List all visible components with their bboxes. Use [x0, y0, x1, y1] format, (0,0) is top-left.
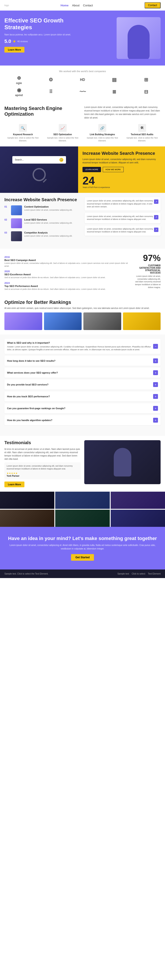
trusted-logos: ⊕ ogie ⚙ HD ▤ ⊞ ◉ apmd ⠿ 〜〜 ≣ ⊟ [5, 75, 160, 97]
presence-item-3: 03 Competitor Analysis Lorem ipsum dolor… [5, 231, 80, 241]
testimonials-person-silhouette [114, 448, 131, 476]
faq-question-4: Do you provide local SEO services? [7, 383, 153, 386]
blocks-icon: ⊟ [131, 89, 160, 95]
testimonial-text-1: Lorem ipsum dolor sit amet, consectetur … [6, 465, 78, 471]
award-desc-3: Sed ut accumsan et pede duis dolore de e… [5, 288, 130, 291]
presence-section: Increase Website Search Presence 01 Cont… [0, 193, 165, 249]
hd-icon: HD [68, 78, 97, 82]
presence-text-3: Competitor Analysis Lorem ipsum dolor si… [24, 231, 72, 237]
faq-item-7[interactable]: How do you handle algorithm updates? + [5, 415, 160, 425]
hero-reviews: 46 reviews [18, 40, 28, 43]
faq-item-5[interactable]: How do you track SEO performance? + [5, 391, 160, 401]
testimonials-left: Testimonials Id eros mi accumsan et pede… [5, 440, 81, 487]
service-technical-seo: 🛠 Technical SEO Audits Sample text. Clic… [123, 124, 161, 142]
footer: Sample text. Click to select the Text El… [0, 570, 165, 578]
faq-item-4[interactable]: Do you provide local SEO services? + [5, 380, 160, 390]
presence-item-title-2: Local SEO Services [24, 218, 72, 221]
hero-score: 5.0 [5, 38, 11, 44]
testimonial-stars-1: ★★★★★ [6, 472, 78, 475]
search-icon: 🔍 [59, 158, 63, 162]
hero-section: Effective SEO Growth Strategies Nam lacu… [0, 11, 165, 65]
presence-img-placeholder-2 [11, 218, 22, 228]
service-seo-title: SEO Optimization [44, 133, 82, 136]
ogie-icon: ⊕ [5, 75, 34, 81]
footer-link-3[interactable]: Text Element [148, 573, 160, 575]
faq-toggle-2[interactable]: + [153, 358, 158, 363]
hero-cta-button[interactable]: Learn More [5, 47, 24, 52]
nav-cta-button[interactable]: Contact [144, 2, 160, 8]
faq-toggle-4[interactable]: + [153, 382, 158, 387]
cta-button[interactable]: Get Started [71, 554, 94, 561]
presence-item-desc-1: Lorem ipsum dolor sit amet, consectetur … [24, 208, 72, 212]
logo-hd: HD [68, 78, 97, 82]
mastering-section: Mastering Search Engine Optimization Lor… [0, 101, 165, 124]
banner-how-we-work-button[interactable]: HOW WE WORK [103, 167, 124, 172]
faq-spacer [5, 427, 160, 431]
mastering-left: Mastering Search Engine Optimization [5, 105, 81, 119]
award-title-3: Top SEO Performance Award [5, 285, 130, 287]
nav-home[interactable]: Home [61, 4, 69, 7]
presence-item-desc-2: Lorem ipsum dolor sit amet, consectetur … [24, 222, 72, 224]
faq-toggle-6[interactable]: + [153, 406, 158, 411]
testimonials-title: Testimonials [5, 440, 81, 445]
gallery-section [0, 492, 165, 527]
nav-contact[interactable]: Contact [83, 4, 93, 7]
banner-learn-more-button[interactable]: LEARN MORE [82, 167, 101, 172]
presence-item-1: 01 Content Optimization Lorem ipsum dolo… [5, 205, 80, 215]
presence-left: Increase Website Search Presence 01 Cont… [5, 197, 80, 244]
presence-item-title-3: Competitor Analysis [24, 231, 72, 234]
bars-icon: ▤ [100, 77, 129, 83]
testimonials-image [84, 440, 160, 484]
faq-item-6[interactable]: Can you guarantee first-page rankings on… [5, 403, 160, 414]
increase-banner-right: Increase Website Search Presence Lorem i… [78, 146, 165, 193]
faq-question-3: What services does your SEO agency offer… [7, 371, 153, 374]
faq-toggle-5[interactable]: + [153, 394, 158, 399]
hero-left: Effective SEO Growth Strategies Nam lacu… [5, 17, 82, 59]
banner-buttons: LEARN MORE HOW WE WORK [82, 167, 160, 172]
testimonials-learn-more-button[interactable]: Learn More [5, 482, 24, 487]
service-seo-optimization: 📈 SEO Optimization Sample text. Click to… [44, 124, 82, 142]
faq-question-1: What is SEO and why is it important? Ans… [7, 342, 153, 352]
presence-img-placeholder-1 [11, 205, 22, 215]
hero-rating: 5.0 ★ 46 reviews [5, 38, 82, 44]
nav-about[interactable]: About [72, 4, 79, 7]
gallery-item-5 [55, 510, 110, 527]
service-seo-desc: Sample text. Click to select the Text El… [44, 137, 82, 142]
logo-apmd: ◉ apmd [5, 87, 34, 97]
faq-item-3[interactable]: What services does your SEO agency offer… [5, 368, 160, 378]
dots-icon: ⠿ [36, 89, 65, 95]
hero-image [117, 17, 160, 59]
logo-wave: 〜〜 [68, 89, 97, 95]
gallery-item-6 [111, 510, 165, 527]
award-year-3: 2024 [5, 282, 130, 284]
faq-item-1[interactable]: What is SEO and why is it important? Ans… [5, 339, 160, 354]
award-year-2: 2020 [5, 270, 130, 273]
presence-item-2: 02 Local SEO Services Lorem ipsum dolor … [5, 218, 80, 228]
percent-big: 97% [134, 253, 160, 263]
search-visual: Search... 🔍 [8, 152, 70, 188]
increase-banner-title: Increase Website Search Presence [82, 151, 160, 156]
faq-toggle-7[interactable]: + [153, 418, 158, 423]
optimize-section: Optimize for Better Rankings At wisi eni… [0, 295, 165, 334]
search-bar-text: Search... [15, 159, 58, 161]
gallery-item-1 [0, 492, 54, 509]
hero-right [82, 17, 160, 59]
presence-text-2: Local SEO Services Lorem ipsum dolor sit… [24, 218, 72, 224]
presence-right-item-2: ↗ Lorem ipsum dolor sit amet, consectetu… [85, 213, 160, 223]
faq-toggle-1[interactable]: − [153, 344, 158, 349]
seo-optimization-icon: 📈 [59, 124, 67, 132]
faq-question-5: How do you track SEO performance? [7, 395, 153, 398]
footer-link-1[interactable]: Sample text [117, 573, 129, 575]
logo-dots: ⠿ [36, 89, 65, 95]
award-title-2: SEO Excellence Award [5, 273, 130, 276]
presence-img-3 [11, 231, 22, 241]
presence-img-placeholder-3 [11, 231, 22, 241]
footer-link-2[interactable]: Click to select [132, 573, 146, 575]
logo-bars: ▤ [100, 77, 129, 83]
faq-item-2[interactable]: How long does it take to see SEO results… [5, 356, 160, 366]
banner-big-number: 24 [82, 175, 160, 186]
faq-toggle-3[interactable]: + [153, 370, 158, 375]
magnifier-icon [32, 168, 46, 181]
increase-banner-desc: Lorem ipsum dolor sit amet, consectetur … [82, 158, 160, 164]
presence-text-1: Content Optimization Lorem ipsum dolor s… [24, 205, 72, 212]
